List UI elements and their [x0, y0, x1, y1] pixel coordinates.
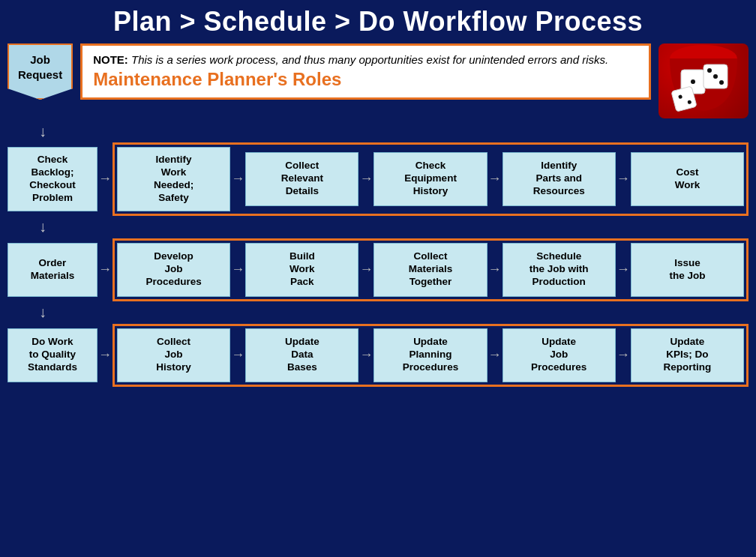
arrow-r1-1: → [230, 171, 245, 187]
arrow-r1-3: → [488, 171, 502, 187]
box-build-work: BuildWorkPack [245, 243, 358, 297]
row2-orange-section: DevelopJobProcedures → BuildWorkPack → C… [112, 238, 748, 301]
arrow-r3-3: → [488, 347, 502, 363]
arrow-r2-2: → [358, 262, 374, 277]
box-update-job-proc: UpdateJobProcedures [502, 328, 616, 382]
arrow-r1-4: → [616, 171, 631, 187]
arrow-r3-1: → [230, 347, 245, 363]
box-identify-parts: IdentifyParts andResources [502, 152, 616, 206]
main-container: Plan > Schedule > Do Workflow Process Jo… [0, 0, 756, 557]
note-section: NOTE: This is a series work process, and… [80, 43, 651, 100]
roles-title: Maintenance Planner's Roles [93, 69, 638, 90]
row1: CheckBacklog;CheckoutProblem → IdentifyW… [8, 142, 748, 216]
svg-point-2 [691, 79, 695, 84]
svg-point-4 [707, 68, 712, 73]
box-cost-work: CostWork [631, 152, 744, 206]
note-body: This is a series work process, and thus … [128, 53, 608, 66]
box-collect-job-history: CollectJobHistory [117, 328, 230, 382]
rows-container: ↓ CheckBacklog;CheckoutProblem → Identif… [8, 124, 748, 387]
box-issue-job: Issuethe Job [631, 243, 744, 297]
arrow-r3-0: → [98, 347, 112, 363]
down-arrow-1: ↓ [8, 220, 748, 234]
box-develop-job: DevelopJobProcedures [117, 243, 230, 297]
row3: Do Workto QualityStandards → CollectJobH… [8, 324, 748, 387]
dice-image [658, 43, 748, 118]
arrow-r1-2: → [358, 171, 374, 187]
arrow-r2-1: → [230, 262, 245, 277]
box-order-materials: OrderMaterials [8, 243, 98, 297]
box-do-work: Do Workto QualityStandards [8, 328, 98, 382]
page-title: Plan > Schedule > Do Workflow Process [8, 6, 748, 37]
svg-point-6 [719, 80, 724, 85]
arrow-r3-2: → [358, 347, 374, 363]
arrow-r1-0: → [98, 171, 112, 187]
row2: OrderMaterials → DevelopJobProcedures → … [8, 238, 748, 301]
box-collect-materials: CollectMaterialsTogether [374, 243, 487, 297]
arrow-r2-0: → [98, 262, 112, 277]
down-arrow-0: ↓ [8, 124, 748, 138]
arrow-r3-4: → [616, 347, 631, 363]
arrow-r2-4: → [616, 262, 631, 277]
top-section: JobRequest NOTE: This is a series work p… [8, 43, 748, 118]
arrow-r2-3: → [488, 262, 502, 277]
note-text: NOTE: This is a series work process, and… [93, 53, 638, 66]
box-schedule-job: Schedulethe Job withProduction [502, 243, 616, 297]
row1-orange-section: IdentifyWorkNeeded;Safety → CollectRelev… [112, 142, 748, 216]
box-update-planning: UpdatePlanningProcedures [374, 328, 487, 382]
job-request-box: JobRequest [8, 43, 73, 100]
box-check-backlog: CheckBacklog;CheckoutProblem [8, 147, 98, 211]
box-update-kpis: UpdateKPIs; DoReporting [631, 328, 744, 382]
box-check-equipment: CheckEquipmentHistory [374, 152, 487, 206]
box-identify-work: IdentifyWorkNeeded;Safety [117, 147, 230, 211]
svg-point-5 [713, 74, 718, 79]
down-arrow-2: ↓ [8, 306, 748, 319]
box-update-databases: UpdateDataBases [245, 328, 358, 382]
row3-orange-section: CollectJobHistory → UpdateDataBases → Up… [112, 324, 748, 387]
note-bold: NOTE: [93, 53, 128, 66]
box-collect-relevant: CollectRelevantDetails [245, 152, 358, 206]
